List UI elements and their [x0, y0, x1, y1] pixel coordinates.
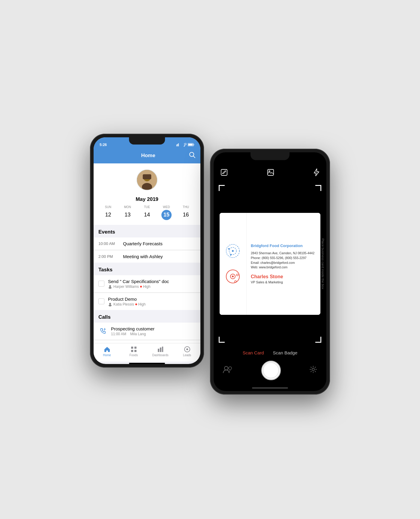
settings-icon[interactable] — [309, 365, 317, 376]
flash-icon[interactable] — [314, 169, 319, 178]
svg-point-42 — [229, 367, 232, 370]
tab-foods[interactable]: Foods — [120, 346, 147, 357]
event-item-0[interactable]: 10:00 AM Quarterly Forecasts — [94, 237, 200, 250]
foods-tab-icon — [130, 346, 137, 353]
status-time: 5:26 — [100, 143, 107, 147]
month-label: May 2019 — [98, 196, 196, 202]
left-notch — [129, 137, 165, 145]
corner-tl — [219, 185, 225, 191]
card-phone-line: Phone: (800) 555-5296, (800) 555-2297 — [251, 256, 316, 261]
card-inner: Bridgford Food Corporation 2843 Sherman … — [220, 213, 320, 315]
left-home-indicator — [129, 363, 165, 364]
image-icon[interactable] — [267, 169, 274, 177]
cal-day-tue: TUE 14 — [142, 205, 152, 220]
tab-dashboards[interactable]: Dashboards — [147, 346, 174, 357]
card-logos — [220, 213, 247, 315]
flash-svg — [314, 169, 319, 176]
task-item-1[interactable]: Product Demo Katia Plessis High — [94, 293, 200, 310]
right-screen: Place business card inside the box — [214, 152, 326, 391]
event-item-1[interactable]: 2:00 PM Meeting with Ashley — [94, 250, 200, 263]
business-card: Bridgford Food Corporation 2843 Sherman … — [220, 213, 320, 315]
cal-day-wed[interactable]: WED 15 — [161, 205, 172, 220]
tab-bar: Home Foods Dashboards Leads — [94, 343, 200, 362]
cal-day-mon: MON 13 — [122, 205, 133, 220]
avatar — [136, 169, 158, 190]
tab-home[interactable]: Home — [94, 346, 120, 357]
task-info-1: Product Demo Katia Plessis High — [108, 297, 146, 306]
right-home-indicator — [252, 387, 288, 389]
tab-leads[interactable]: Leads — [174, 346, 200, 357]
scan-card-tab[interactable]: Scan Card — [243, 350, 264, 355]
task-checkbox-1[interactable] — [98, 298, 104, 304]
priority-dot-1 — [135, 303, 137, 305]
day-name-0: SUN — [105, 205, 111, 209]
scene: 5:26 Home — [90, 125, 330, 395]
svg-rect-25 — [162, 347, 163, 352]
call-title-0: Prospecting customer — [111, 326, 154, 331]
scanner-actions — [214, 358, 326, 386]
user-icon-0 — [108, 285, 112, 289]
svg-rect-1 — [177, 144, 178, 146]
svg-point-16 — [109, 287, 112, 289]
priority-dot-0 — [140, 286, 142, 288]
svg-rect-2 — [178, 143, 179, 146]
svg-point-27 — [186, 348, 188, 350]
svg-rect-24 — [160, 347, 161, 352]
call-icon-0 — [98, 327, 107, 336]
svg-rect-28 — [221, 169, 227, 175]
place-card-text: Place business card inside the box — [321, 238, 325, 289]
event-time-1: 2:00 PM — [98, 254, 119, 259]
task-meta-1: Katia Plessis High — [108, 302, 146, 306]
call-time-0: 11:00 AM — [111, 332, 126, 336]
corner-br — [315, 337, 321, 343]
contacts-svg — [223, 365, 233, 374]
contacts-icon[interactable] — [223, 365, 233, 376]
search-icon[interactable] — [189, 152, 196, 160]
card-address: 2843 Sherman Ave, Camden, NJ 08105-4442 … — [251, 251, 316, 270]
battery-icon — [188, 143, 194, 146]
signal-icon — [176, 143, 181, 146]
event-title-1: Meeting with Ashley — [123, 254, 163, 259]
call-item-1[interactable]: Fix review appointment 4:00 PM Idis Sola… — [94, 340, 200, 343]
tab-home-label: Home — [103, 353, 111, 357]
tasks-header: Tasks — [94, 263, 200, 275]
call-info-0: Prospecting customer 11:00 AM Mila Lang — [111, 326, 154, 336]
card-addr-line: 2843 Sherman Ave, Camden, NJ 08105-4442 — [251, 251, 316, 256]
card-web-line: Web: www.bridgeford.com — [251, 265, 316, 270]
svg-point-35 — [230, 254, 232, 255]
task-priority-0: High — [143, 285, 151, 289]
cal-day-sun: SUN 12 — [103, 205, 113, 220]
call-contact-0: Mila Lang — [130, 332, 146, 336]
blue-logo — [225, 243, 241, 259]
search-svg — [189, 152, 196, 158]
scroll-content[interactable]: May 2019 SUN 12 MON 13 TUE 14 — [94, 163, 200, 343]
call-item-0[interactable]: Prospecting customer 11:00 AM Mila Lang — [94, 323, 200, 340]
events-list: 10:00 AM Quarterly Forecasts 2:00 PM Mee… — [94, 237, 200, 263]
svg-point-3 — [184, 146, 185, 147]
image-svg — [267, 169, 274, 176]
svg-point-39 — [236, 274, 238, 276]
svg-point-38 — [232, 276, 234, 277]
card-email-line: Email: charles@bridgeford.com — [251, 261, 316, 265]
card-position: VP Sales & Marketing — [251, 280, 316, 284]
right-phone: Place business card inside the box — [210, 149, 330, 395]
left-phone: 5:26 Home — [90, 134, 204, 368]
edit-icon[interactable] — [221, 169, 227, 177]
calls-list: Prospecting customer 11:00 AM Mila Lang — [94, 323, 200, 343]
cal-day-thu: THU 16 — [181, 205, 191, 220]
svg-rect-20 — [134, 347, 136, 349]
call-meta-0: 11:00 AM Mila Lang — [111, 332, 154, 336]
svg-rect-23 — [158, 349, 159, 352]
home-tab-icon — [104, 346, 111, 353]
task-item-0[interactable]: Send " Car Specifications" doc Harper Wi… — [94, 275, 200, 293]
scan-badge-tab[interactable]: Scan Badge — [273, 350, 298, 355]
day-num-1: 13 — [122, 210, 133, 220]
task-checkbox-0[interactable] — [98, 281, 104, 287]
day-num-4: 16 — [181, 210, 191, 220]
status-icons — [176, 143, 194, 147]
left-screen: 5:26 Home — [94, 137, 200, 364]
capture-button[interactable] — [261, 361, 281, 380]
corner-tr — [315, 185, 321, 191]
svg-line-8 — [193, 156, 195, 158]
calls-header: Calls — [94, 310, 200, 323]
